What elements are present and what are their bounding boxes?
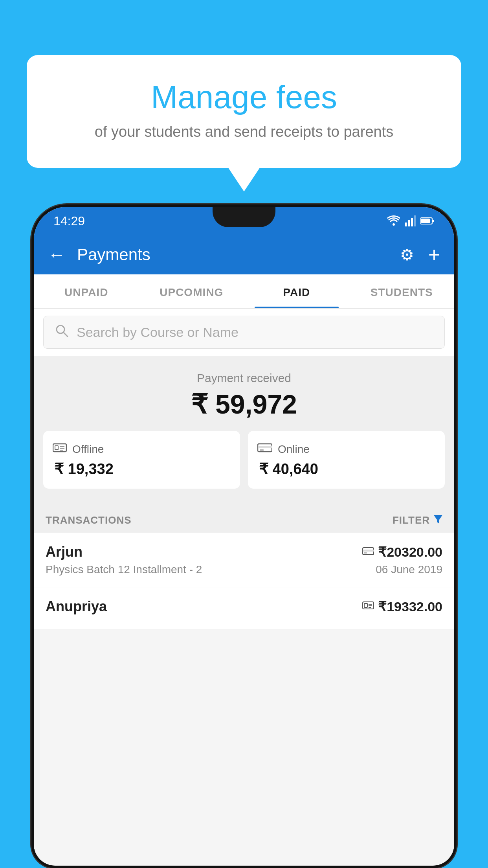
transaction-course-arjun: Physics Batch 12 Installment - 2: [46, 563, 202, 576]
tab-paid[interactable]: PAID: [244, 274, 349, 308]
speech-bubble-title: Manage fees: [58, 79, 430, 116]
signal-icon: [405, 215, 416, 226]
speech-bubble-container: Manage fees of your students and send re…: [27, 55, 461, 191]
offline-payment-card: Offline ₹ 19,332: [43, 431, 240, 489]
payment-cards: Offline ₹ 19,332: [34, 431, 454, 493]
svg-rect-1: [405, 223, 407, 226]
transaction-amount-value-anupriya: ₹19332.00: [378, 599, 442, 614]
svg-rect-11: [55, 446, 58, 450]
search-bar[interactable]: Search by Course or Name: [43, 316, 445, 349]
cash-icon: [53, 442, 67, 456]
payment-received-amount: ₹ 59,972: [34, 389, 454, 420]
transaction-amount-value-arjun: ₹20320.00: [378, 544, 442, 560]
svg-rect-7: [421, 219, 430, 223]
svg-rect-23: [364, 603, 367, 607]
transaction-bottom-arjun: Physics Batch 12 Installment - 2 06 June…: [46, 563, 442, 576]
svg-rect-6: [432, 220, 434, 222]
transaction-top-anupriya: Anupriya ₹19332.00: [46, 598, 442, 615]
app-bar-actions: ⚙ +: [400, 243, 440, 267]
filter-button[interactable]: FILTER: [393, 514, 442, 526]
offline-amount: ₹ 19,332: [53, 460, 114, 478]
speech-bubble-arrow: [228, 168, 260, 191]
online-card-header: Online: [257, 442, 310, 456]
online-payment-card: Online ₹ 40,640: [248, 431, 445, 489]
transactions-label: TRANSACTIONS: [46, 514, 132, 526]
notch: [213, 207, 275, 227]
card-icon: [257, 442, 272, 456]
status-time: 14:29: [53, 214, 85, 228]
card-payment-icon: [362, 546, 374, 558]
app-bar: ← Payments ⚙ +: [34, 235, 454, 274]
svg-rect-3: [411, 218, 413, 226]
back-button[interactable]: ←: [48, 245, 65, 265]
search-icon: [55, 324, 69, 341]
speech-bubble-subtitle: of your students and send receipts to pa…: [58, 123, 430, 140]
filter-icon: [434, 514, 442, 526]
transaction-name-anupriya: Anupriya: [46, 598, 107, 615]
phone-frame: 14:29: [31, 204, 457, 868]
transaction-name-arjun: Arjun: [46, 544, 83, 560]
offline-card-header: Offline: [53, 442, 104, 456]
tab-upcoming[interactable]: UPCOMING: [139, 274, 244, 308]
svg-rect-21: [364, 552, 367, 554]
svg-rect-20: [363, 550, 374, 552]
tab-students[interactable]: STUDENTS: [349, 274, 455, 308]
speech-bubble: Manage fees of your students and send re…: [27, 55, 461, 168]
transaction-top-arjun: Arjun ₹20320.00: [46, 544, 442, 560]
cash-payment-icon: [362, 600, 374, 613]
transaction-date-arjun: 06 June 2019: [376, 563, 442, 576]
svg-rect-4: [414, 215, 416, 226]
transactions-header: TRANSACTIONS FILTER: [34, 504, 454, 533]
svg-rect-2: [408, 220, 410, 226]
svg-rect-16: [258, 446, 272, 448]
svg-line-9: [63, 332, 68, 337]
tabs-bar: UNPAID UPCOMING PAID STUDENTS: [34, 274, 454, 309]
add-icon[interactable]: +: [428, 243, 440, 267]
payment-received-label: Payment received: [34, 371, 454, 385]
transaction-amount-anupriya: ₹19332.00: [362, 599, 442, 614]
tab-unpaid[interactable]: UNPAID: [34, 274, 139, 308]
search-placeholder: Search by Course or Name: [77, 325, 238, 340]
search-container: Search by Course or Name: [34, 309, 454, 356]
svg-marker-18: [434, 515, 442, 524]
power-button[interactable]: [454, 340, 457, 392]
svg-rect-17: [260, 449, 264, 451]
battery-icon: [420, 217, 435, 225]
filter-label: FILTER: [393, 514, 430, 526]
svg-point-0: [393, 223, 395, 226]
online-label: Online: [278, 443, 310, 456]
online-amount: ₹ 40,640: [257, 460, 318, 478]
settings-icon[interactable]: ⚙: [400, 246, 414, 264]
transaction-row[interactable]: Anupriya ₹19332.00: [34, 587, 454, 629]
wifi-icon: [387, 215, 400, 226]
status-icons: [387, 215, 435, 226]
phone-screen: 14:29: [34, 207, 454, 866]
transaction-amount-arjun: ₹20320.00: [362, 544, 442, 560]
payment-summary: Payment received ₹ 59,972: [34, 356, 454, 504]
transaction-row[interactable]: Arjun ₹20320.00 Physics Batch 1: [34, 533, 454, 587]
page-title: Payments: [77, 245, 388, 264]
offline-label: Offline: [72, 443, 104, 456]
